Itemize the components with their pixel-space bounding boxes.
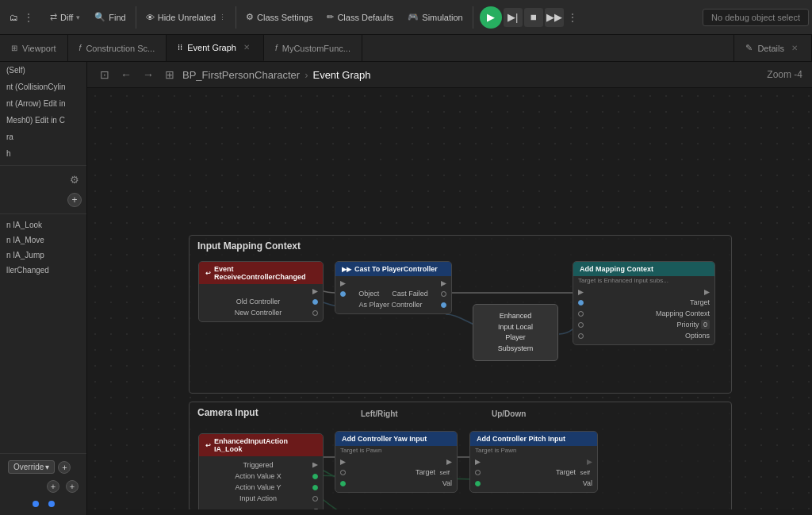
toolbar-divider-2 — [236, 6, 236, 29]
sidebar-override-controls: Override ▾ + — [3, 457, 83, 477]
pin-mapping-ctx-dot — [578, 311, 584, 317]
status-dot-1 — [33, 501, 39, 507]
class-settings-button[interactable]: ⚙ Class Settings — [239, 9, 319, 25]
gear-button[interactable]: ⚙ — [67, 172, 82, 186]
tab-close-event-graph[interactable]: ✕ — [241, 42, 252, 52]
add-extra-button-1[interactable]: + — [47, 480, 59, 493]
step-forward-button[interactable]: ▶| — [504, 8, 523, 27]
override-dropdown[interactable]: Override ▾ — [8, 460, 55, 474]
pin-as-player: As Player Controller — [335, 299, 451, 310]
pin-target: Target — [573, 297, 714, 308]
pin-yaw-exec — [335, 458, 457, 467]
add-override-button[interactable]: + — [58, 461, 71, 474]
sidebar-status-dots — [3, 496, 83, 512]
skip-forward-button[interactable]: ▶▶ — [545, 8, 564, 27]
pin-cast-exec-out-dot — [441, 281, 446, 286]
node-add-mapping[interactable]: Add Mapping Context Target is Enhanced i… — [573, 261, 715, 345]
node-add-pitch[interactable]: Add Controller Pitch Input Target is Paw… — [469, 431, 598, 493]
grid-button[interactable]: ⊞ — [162, 67, 178, 83]
sidebar-item-collision[interactable]: nt (CollisionCylin — [0, 79, 86, 95]
node-add-pitch-subtitle: Target is Pawn — [470, 446, 597, 455]
pin-yaw-target: Target self — [335, 467, 457, 478]
node-enhanced-subsystem-label: EnhancedInput LocalPlayerSubsystem — [481, 311, 550, 354]
class-defaults-button[interactable]: ✏ Class Defaults — [320, 9, 400, 25]
hide-unrelated-button[interactable]: 👁 Hide Unrelated ⋮ — [140, 10, 232, 25]
debug-object-selector[interactable]: No debug object select — [703, 9, 809, 26]
node-add-yaw[interactable]: Add Controller Yaw Input Target is Pawn … — [335, 431, 458, 493]
sidebar-plus-container: + — [0, 190, 86, 210]
node-cast-to-player[interactable]: ▶▶ Cast To PlayerController Object Cast … — [335, 261, 452, 314]
tab-my-custom-func[interactable]: f MyCustomFunc... — [264, 35, 362, 61]
pin-pitch-exec-in — [475, 459, 481, 465]
defaults-icon: ✏ — [327, 12, 334, 22]
play-button[interactable]: ▶ — [480, 6, 502, 29]
details-icon: ✎ — [745, 43, 753, 53]
pin-yaw-exec-in — [340, 459, 346, 465]
add-circle-button[interactable]: + — [67, 193, 82, 207]
pin-yaw-val: Val — [335, 478, 457, 489]
breadcrumb: BP_FirstPersonCharacter › Event Graph — [182, 69, 370, 81]
pin-priority: Priority 0 — [573, 319, 714, 330]
sidebar-item-self[interactable]: (Self) — [0, 62, 86, 79]
node-event-receive[interactable]: ↩ Event ReceiveControllerChanged Old Con… — [198, 261, 324, 322]
sidebar-extra-buttons: + + — [3, 477, 83, 496]
pin-pitch-target: Target self — [470, 467, 597, 478]
tabs-row: ⊞ Viewport f Construction Sc... ⁞⁞ Event… — [0, 35, 812, 62]
pin-cast-exec-in-dot — [340, 281, 346, 286]
pin-mapping-context: Mapping Context — [573, 308, 714, 319]
graph-area[interactable]: ⊡ ← → ⊞ BP_FirstPersonCharacter › Event … — [87, 62, 812, 515]
node-add-yaw-body: Target self Val — [335, 455, 457, 492]
toolbar-divider-1 — [136, 6, 136, 29]
add-extra-button-2[interactable]: + — [66, 480, 79, 493]
pin-yaw-exec-out — [446, 459, 452, 465]
sidebar-item-h[interactable]: h — [0, 145, 86, 162]
pin-avx-dot — [312, 474, 318, 479]
sidebar-item-ra[interactable]: ra — [0, 129, 86, 145]
search-icon: 🔍 — [94, 12, 105, 22]
pin-options: Options — [573, 330, 714, 341]
node-add-yaw-subtitle: Target is Pawn — [335, 446, 457, 455]
pin-pitch-exec — [470, 458, 597, 467]
tab-viewport[interactable]: ⊞ Viewport — [0, 35, 68, 61]
tab-details[interactable]: ✎ Details ✕ — [733, 35, 812, 61]
node-ia-look-body: Triggered Action Value X Action Value Y — [199, 456, 323, 509]
pin-pitch-val: Val — [470, 478, 597, 489]
pin-as-player-dot — [441, 302, 446, 308]
pin-pitch-target-dot — [475, 470, 481, 475]
file-menu-button[interactable]: 🗂 ⋮ — [3, 5, 42, 30]
tab-close-details[interactable]: ✕ — [789, 43, 800, 53]
function-icon: f — [79, 44, 82, 52]
nav-back-button[interactable]: ← — [117, 67, 135, 83]
node-enhanced-ia-look[interactable]: ↩ EnhancedInputAction IA_Look Triggered … — [198, 433, 324, 509]
node-add-yaw-header: Add Controller Yaw Input — [335, 432, 457, 446]
sidebar-item-mesh[interactable]: Mesh0) Edit in C — [0, 112, 86, 129]
node-enhanced-subsystem[interactable]: EnhancedInput LocalPlayerSubsystem — [473, 304, 558, 361]
diff-button[interactable]: ⇄ Diff ▾ — [44, 9, 86, 25]
tab-event-graph[interactable]: ⁞⁞ Event Graph ✕ — [167, 35, 264, 61]
pin-action-value-y: Action Value Y — [199, 482, 323, 493]
sidebar-item-ia-jump[interactable]: n IA_Jump — [0, 248, 86, 263]
pin-new-controller: New Controller — [199, 307, 323, 318]
pin-input-action: Input Action — [199, 493, 323, 504]
play-options-button[interactable]: ⋮ — [565, 8, 580, 27]
graph-canvas[interactable]: Input Mapping Context ↩ Event ReceiveCon… — [87, 88, 812, 509]
pin-old-controller: Old Controller — [199, 296, 323, 307]
node-cast-header: ▶▶ Cast To PlayerController — [335, 262, 451, 276]
graph-icon: ⁞⁞ — [178, 43, 182, 52]
node-event-receive-body: Old Controller New Controller — [199, 284, 323, 321]
pin-old-ctrl-dot — [312, 299, 318, 305]
simulation-button[interactable]: 🎮 Simulation — [401, 9, 469, 25]
sidebar-item-controller-changed[interactable]: llerChanged — [0, 263, 86, 278]
sidebar-item-arrow[interactable]: nt (Arrow) Edit in — [0, 95, 86, 112]
stop-button[interactable]: ■ — [524, 8, 543, 27]
nav-forward-button[interactable]: → — [140, 67, 157, 83]
sidebar-item-ia-move[interactable]: n IA_Move — [0, 233, 86, 248]
pin-action-value-x: Action Value X — [199, 471, 323, 482]
fit-view-button[interactable]: ⊡ — [97, 67, 113, 83]
find-button[interactable]: 🔍 Find — [88, 9, 132, 25]
sidebar-item-ia-look[interactable]: n IA_Look — [0, 217, 86, 233]
zoom-indicator: Zoom -4 — [767, 69, 802, 80]
tab-construction-script[interactable]: f Construction Sc... — [68, 35, 167, 61]
pin-cast-failed-dot — [441, 291, 446, 297]
pin-yaw-target-dot — [340, 470, 346, 475]
